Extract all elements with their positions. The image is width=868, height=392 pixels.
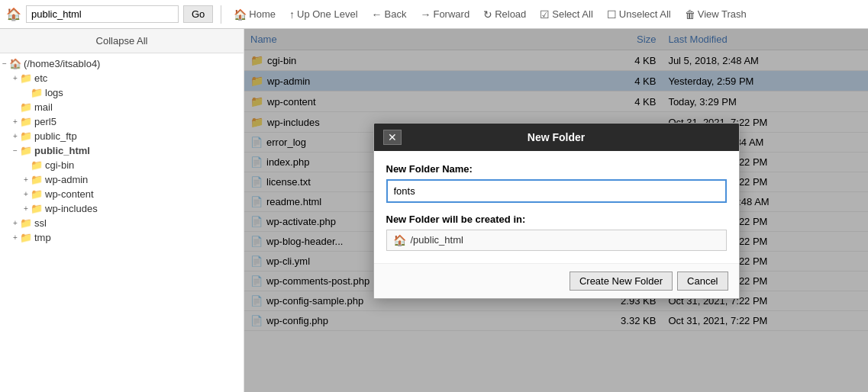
- up-one-level-btn[interactable]: ↑ Up One Level: [285, 6, 363, 23]
- folder-icon: 📁: [20, 232, 32, 243]
- path-home-icon: 🏠: [393, 234, 406, 246]
- modal-body: New Folder Name: New Folder will be crea…: [374, 151, 739, 263]
- create-new-folder-button[interactable]: Create New Folder: [570, 272, 673, 291]
- tree-item-perl5[interactable]: + 📁 perl5: [0, 114, 244, 129]
- reload-icon: ↻: [483, 8, 492, 21]
- tree-item-cgi-bin-sub[interactable]: 📁 cgi-bin: [0, 158, 244, 172]
- tree-item-home-root[interactable]: − 🏠 (/home3/itsablo4): [0, 56, 244, 71]
- tree-item-tmp[interactable]: + 📁 tmp: [0, 230, 244, 245]
- tree-label: wp-admin: [45, 174, 88, 185]
- tree-toggle[interactable]: +: [11, 219, 20, 227]
- cancel-button[interactable]: Cancel: [677, 272, 728, 291]
- file-tree: − 🏠 (/home3/itsablo4) + 📁 etc 📁 logs 📁 m…: [0, 53, 244, 248]
- tree-item-etc[interactable]: + 📁 etc: [0, 71, 244, 85]
- tree-label: wp-content: [45, 188, 94, 200]
- modal-footer: Create New Folder Cancel: [374, 263, 739, 298]
- tree-item-logs[interactable]: 📁 logs: [0, 85, 244, 100]
- reload-btn[interactable]: ↻ Reload: [479, 6, 531, 23]
- modal-header: ✕ New Folder: [374, 124, 739, 151]
- up-icon: ↑: [289, 8, 295, 21]
- divider: [221, 5, 221, 24]
- folder-icon: 📁: [20, 145, 32, 156]
- modal-overlay: ✕ New Folder New Folder Name: New Folder…: [244, 29, 868, 392]
- back-btn[interactable]: ← Back: [367, 6, 411, 23]
- modal-title: New Folder: [402, 131, 712, 143]
- folder-icon: 📁: [31, 87, 43, 98]
- tree-item-public_ftp[interactable]: + 📁 public_ftp: [0, 129, 244, 143]
- tree-item-wp-admin-sub[interactable]: + 📁 wp-admin: [0, 172, 244, 187]
- select-all-icon: ☑: [540, 8, 550, 21]
- folder-name-label: New Folder Name:: [386, 163, 727, 175]
- tree-toggle[interactable]: +: [11, 74, 20, 82]
- tree-toggle[interactable]: +: [21, 175, 31, 184]
- tree-label: ssl: [34, 217, 47, 229]
- top-bar: 🏠 Go 🏠 Home ↑ Up One Level ← Back → Forw…: [0, 0, 868, 29]
- go-button[interactable]: Go: [183, 5, 213, 23]
- folder-icon: 📁: [20, 116, 32, 127]
- forward-btn[interactable]: → Forward: [415, 6, 474, 23]
- back-icon: ←: [372, 8, 382, 21]
- tree-item-public_html[interactable]: − 📁 public_html: [0, 143, 244, 158]
- tree-toggle[interactable]: +: [11, 233, 20, 242]
- tree-toggle[interactable]: +: [11, 132, 20, 140]
- sidebar: Collapse All − 🏠 (/home3/itsablo4) + 📁 e…: [0, 29, 244, 392]
- created-in-label: New Folder will be created in:: [386, 214, 727, 225]
- folder-icon: 🏠: [9, 58, 21, 69]
- tree-label: (/home3/itsablo4): [24, 58, 100, 69]
- home-nav-icon: 🏠: [234, 8, 247, 21]
- folder-icon: 📁: [31, 188, 43, 200]
- tree-label: logs: [45, 87, 63, 98]
- folder-icon: 📁: [31, 174, 43, 185]
- tree-label: cgi-bin: [45, 159, 74, 171]
- folder-icon: 📁: [31, 203, 43, 214]
- tree-item-mail[interactable]: 📁 mail: [0, 100, 244, 114]
- tree-label: mail: [34, 101, 53, 113]
- folder-icon: 📁: [20, 72, 32, 84]
- tree-item-wp-includes-sub[interactable]: + 📁 wp-includes: [0, 201, 244, 216]
- path-input[interactable]: [26, 5, 179, 23]
- tree-label: perl5: [34, 116, 56, 127]
- tree-label: tmp: [34, 232, 51, 243]
- tree-label: public_html: [34, 145, 90, 156]
- select-all-btn[interactable]: ☑ Select All: [535, 6, 597, 23]
- tree-label: wp-includes: [45, 203, 98, 214]
- tree-item-wp-content-sub[interactable]: + 📁 wp-content: [0, 187, 244, 201]
- new-folder-modal: ✕ New Folder New Folder Name: New Folder…: [373, 123, 740, 299]
- modal-close-button[interactable]: ✕: [383, 130, 402, 145]
- tree-label: etc: [34, 72, 47, 84]
- unselect-all-icon: ☐: [607, 8, 617, 21]
- path-row: 🏠 /public_html: [386, 230, 727, 251]
- tree-toggle[interactable]: −: [11, 146, 20, 155]
- folder-icon: 📁: [20, 130, 32, 142]
- path-text: /public_html: [411, 234, 463, 246]
- forward-icon: →: [420, 8, 431, 21]
- tree-toggle[interactable]: +: [21, 204, 31, 213]
- tree-toggle[interactable]: +: [11, 117, 20, 126]
- home-btn[interactable]: 🏠 Home: [229, 6, 280, 23]
- tree-item-ssl[interactable]: + 📁 ssl: [0, 216, 244, 230]
- unselect-all-btn[interactable]: ☐ Unselect All: [602, 6, 676, 23]
- tree-toggle[interactable]: +: [21, 190, 31, 198]
- folder-icon: 📁: [20, 217, 32, 229]
- view-trash-btn[interactable]: 🗑 View Trash: [680, 6, 751, 23]
- tree-label: public_ftp: [34, 130, 77, 142]
- file-list: Name Size Last Modified 📁cgi-bin 4 KB Ju…: [244, 29, 868, 392]
- folder-icon: 📁: [31, 159, 43, 171]
- main-area: Collapse All − 🏠 (/home3/itsablo4) + 📁 e…: [0, 29, 868, 392]
- collapse-all-button[interactable]: Collapse All: [0, 29, 244, 53]
- home-icon: 🏠: [6, 7, 21, 21]
- trash-icon: 🗑: [685, 8, 695, 21]
- folder-name-input[interactable]: [386, 179, 727, 203]
- folder-icon: 📁: [20, 101, 32, 113]
- tree-toggle[interactable]: −: [0, 59, 9, 68]
